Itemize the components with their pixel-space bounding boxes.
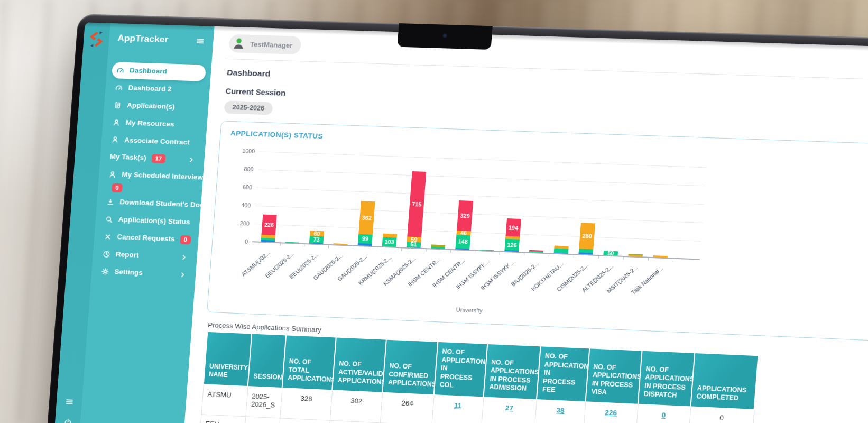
sidebar-item-label: Associate Contract [124,136,190,147]
cell-session: 2025-2026_W [243,417,280,423]
bar-atsmu-202[interactable]: 226 [261,214,276,242]
camera-dot [444,34,447,37]
bar-segment-fee: 59 [407,236,421,242]
sidebar-item-application-s[interactable]: Application(s) [109,97,204,116]
axis-tick [376,247,377,250]
sidebar-item-my-task-s[interactable]: My Task(s)17 [105,149,200,168]
bar-ihsm-centr[interactable] [431,244,445,249]
gridline [255,206,703,223]
person-icon [111,136,119,144]
y-tick-label: 0 [225,237,248,245]
column-header-no-of-applications-in-process-admission: NO. OF APPLICATIONS IN PROCESS ADMISSION [484,344,541,400]
session-badge[interactable]: 2025-2026 [224,100,273,115]
cell-no-of-applications-in-process-fee: 38 [534,400,586,423]
bar-gau-2025-2[interactable]: 99362 [358,201,375,246]
close-icon [104,233,112,241]
user-chip[interactable]: TestManager [228,34,302,54]
bar-ihsm-issykk[interactable]: 126194 [504,218,521,252]
main-content: TestManager Dashboard Current Session 20… [183,26,868,423]
bar-value-label: 73 [309,236,324,243]
column-header-no-of-confirmed-applications: NO. OF CONFIRMED APPLICATIONS [382,340,438,395]
axis-tick [328,245,328,248]
count-badge: 0 [112,183,123,193]
x-axis-title: University [247,298,695,323]
avatar-icon [232,36,246,51]
bar-alte-2025-2[interactable]: 50 [603,251,618,256]
sidebar-item-dashboard[interactable]: Dashboard [112,62,206,81]
sidebar-toggle-menu-icon[interactable] [196,36,205,45]
dashboard-icon [116,66,125,74]
laptop-bezel: AppTracker DashboardDashboard 2Applicati… [44,14,868,423]
axis-tick [401,248,401,251]
cell-applications-completed: 0 [688,407,754,423]
axis-tick [573,255,574,258]
menu-icon[interactable] [64,397,74,407]
bar-value-label: 126 [504,239,520,251]
bar-segment-admission [554,249,569,253]
bar-segment-fee [261,235,275,238]
cell-link[interactable]: 38 [556,406,565,415]
cell-link[interactable]: 27 [505,404,513,412]
sidebar-item-label: My Scheduled Interview(s) [122,171,213,183]
bar-krmu-2025-2[interactable]: 103 [382,233,398,247]
bar-segment-fee: 280 [579,223,595,250]
axis-tick [672,259,673,262]
gear-icon [101,268,109,276]
bar-segment-admission: 99 [358,234,373,244]
column-header-no-of-active-valid-applications: NO. OF ACTIVE/VALID APPLICATIONS [332,338,386,393]
column-header-no-of-total-applications: NO. OF TOTAL APPLICATIONS [282,335,336,390]
bar-segment-admission: 148 [455,235,470,249]
sidebar-item-download-student-s-docs[interactable]: Download Student's Docs [101,194,196,214]
sidebar-item-dashboard-2[interactable]: Dashboard 2 [110,79,205,99]
bar-value-label: 59 [407,236,421,242]
y-tick-label: 400 [228,201,251,209]
sidebar-nav: DashboardDashboard 2Application(s)My Res… [91,61,211,284]
chevron-right-icon [188,157,195,164]
gridline [252,241,700,260]
search-icon [105,215,113,224]
column-header-applications-completed: APPLICATIONS COMPLETED [691,353,759,410]
cell-link[interactable]: 226 [605,408,617,417]
axis-tick [304,244,304,247]
app-title: AppTracker [117,33,169,45]
sidebar-item-cancel-requests[interactable]: Cancel Requests0 [99,228,193,249]
cell-university-name: ATSMU [201,384,248,417]
sidebar-item-my-resources[interactable]: My Resources [108,114,202,134]
laptop: AppTracker DashboardDashboard 2Applicati… [44,14,868,423]
axis-tick [548,254,549,256]
bar-value-label: 103 [382,237,397,247]
user-name: TestManager [250,40,292,50]
bar-eeu-2025-2[interactable]: 7360 [309,231,324,244]
axis-tick [280,243,280,246]
y-tick-label: 1000 [232,147,255,154]
cell-link[interactable]: 11 [454,401,462,410]
cell-link[interactable]: 0 [661,411,666,419]
cell-no-of-total-applications: 328 [280,388,332,420]
bar-kokshetau[interactable] [554,245,569,253]
bar-value-label: 329 [457,200,473,231]
power-icon[interactable] [63,418,72,423]
bar-ihsm-centr[interactable]: 14846329 [455,200,473,250]
column-header-university-name: UNIVERSITY NAME [204,332,252,387]
bar-segment-visa: 226 [261,214,276,235]
column-header-no-of-applications-in-process-dispatch: NO. OF APPLICATIONS IN PROCESS DISPATCH [638,351,695,407]
sidebar-item-application-s-status[interactable]: Application(s) Status [100,211,195,231]
bar-segment-visa: 329 [457,200,473,231]
bar-value-label: 715 [407,171,426,237]
column-header-no-of-applications-in-process-visa: NO. OF APPLICATIONS IN PROCESS VISA [586,348,642,404]
sidebar-item-settings[interactable]: Settings [96,263,191,283]
camera-notch [398,23,493,50]
bar-cism-2025-2[interactable]: 280 [578,223,595,255]
cell-no-of-applications-in-process-dispatch: 0 [635,404,690,423]
bar-segment-fee: 362 [358,201,375,235]
sidebar-item-label: Cancel Requests [117,233,175,244]
cell-no-of-applications-in-process-col: 11 [432,395,484,423]
bar-ksma-2025-2[interactable]: 5159715 [407,171,427,247]
sidebar-item-report[interactable]: Report [98,246,192,266]
bar-segment-fee [554,245,568,249]
axis-tick [623,257,623,260]
bar-segment-visa: 715 [407,171,426,237]
bar-segment-admission: 50 [603,251,618,256]
sidebar-item-associate-contract[interactable]: Associate Contract [106,132,201,151]
chart-plot: 02004006008001000226ATSMU(202...EEU(2025… [252,152,707,260]
